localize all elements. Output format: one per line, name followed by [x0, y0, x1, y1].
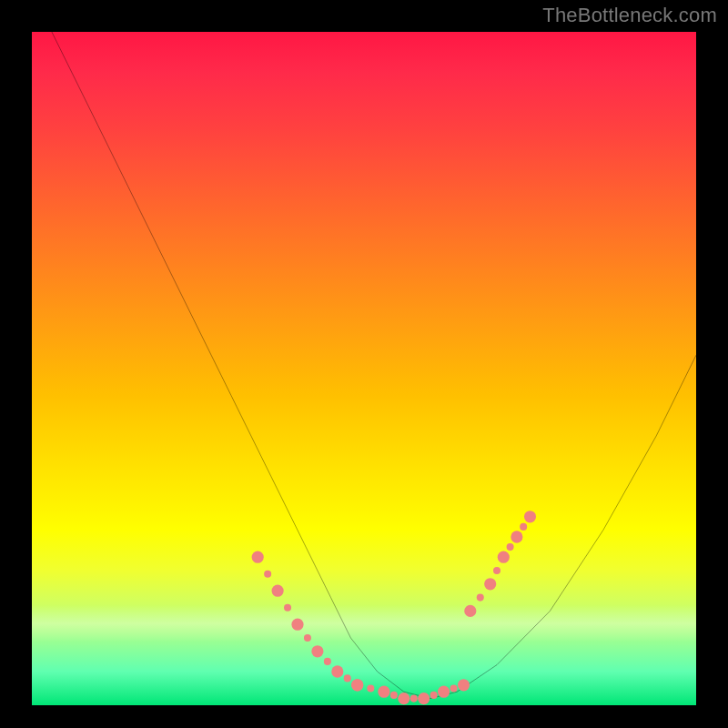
- annotation-dot: [520, 523, 527, 531]
- annotation-dot: [390, 692, 398, 699]
- annotation-dots: [252, 511, 536, 704]
- watermark-text: TheBottleneck.com: [542, 4, 717, 27]
- annotation-dot: [311, 645, 323, 657]
- annotation-dot: [430, 692, 438, 699]
- annotation-dot: [367, 684, 374, 692]
- annotation-dot: [498, 551, 510, 563]
- annotation-dot: [378, 686, 389, 698]
- annotation-dot: [507, 543, 514, 551]
- annotation-dot: [477, 594, 484, 602]
- annotation-dot: [484, 578, 496, 590]
- annotation-dot: [464, 605, 476, 617]
- chart-plot-area: [32, 32, 696, 705]
- annotation-dot: [252, 551, 264, 563]
- annotation-dot: [324, 658, 331, 665]
- annotation-dot: [438, 686, 450, 698]
- annotation-dot: [410, 695, 418, 703]
- annotation-dot: [450, 684, 458, 692]
- annotation-dot: [351, 679, 363, 691]
- annotation-dot: [493, 567, 500, 574]
- annotation-dot: [304, 634, 311, 642]
- annotation-dot: [398, 693, 410, 704]
- annotation-dot: [291, 619, 303, 631]
- annotation-dot: [284, 604, 291, 612]
- annotation-dot: [511, 531, 522, 542]
- chart-svg: [32, 32, 696, 705]
- annotation-dot: [331, 665, 343, 677]
- annotation-dot: [418, 693, 430, 704]
- curve-line: [52, 32, 696, 699]
- annotation-dot: [344, 674, 351, 682]
- annotation-dot: [264, 571, 271, 578]
- annotation-dot: [524, 511, 536, 522]
- annotation-dot: [458, 679, 470, 691]
- annotation-dot: [272, 585, 284, 597]
